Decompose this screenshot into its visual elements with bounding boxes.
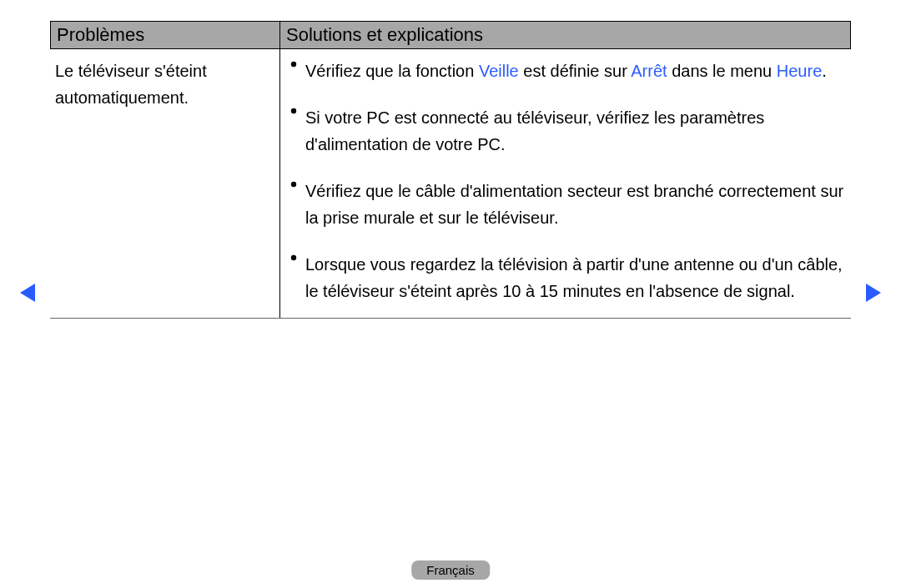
bullet-dot-icon [290, 178, 305, 231]
bullet-dot-icon [290, 104, 305, 158]
b1-link-veille: Veille [479, 62, 519, 80]
svg-marker-4 [20, 284, 35, 302]
problem-text-1: Le téléviseur s'éteint [55, 62, 207, 80]
table-body-row: Le téléviseur s'éteint automatiquement. … [50, 49, 851, 319]
svg-marker-5 [866, 284, 881, 302]
b1-mid: est définie sur [519, 62, 632, 80]
b2-text: Si votre PC est connecté au téléviseur, … [305, 104, 846, 158]
b1-pre: Vérifiez que la fonction [305, 62, 479, 80]
troubleshoot-table: Problèmes Solutions et explications Le t… [50, 21, 851, 319]
problem-cell: Le téléviseur s'éteint automatiquement. [50, 49, 280, 318]
bullet-dot-icon [290, 58, 305, 84]
prev-page-button[interactable] [18, 282, 37, 307]
svg-point-3 [291, 255, 296, 260]
bullet-3: Vérifiez que le câble d'alimentation sec… [290, 178, 846, 231]
b4-text: Lorsque vous regardez la télévision à pa… [305, 251, 846, 304]
b1-post1: dans le menu [667, 62, 777, 80]
chevron-left-icon [18, 282, 37, 304]
table-header-row: Problèmes Solutions et explications [50, 21, 851, 49]
b1-link-arret: Arrêt [631, 62, 667, 80]
header-problems: Problèmes [51, 22, 280, 48]
svg-point-2 [291, 182, 296, 187]
header-solutions: Solutions et explications [280, 22, 850, 48]
b3-text: Vérifiez que le câble d'alimentation sec… [305, 178, 846, 231]
language-badge: Français [411, 560, 490, 580]
b1-link-heure: Heure [777, 62, 822, 80]
problem-text-2: automatiquement. [55, 88, 189, 107]
svg-point-1 [291, 108, 296, 113]
bullet-2: Si votre PC est connecté au téléviseur, … [290, 104, 846, 158]
next-page-button[interactable] [864, 282, 883, 307]
bullet-4: Lorsque vous regardez la télévision à pa… [290, 251, 846, 304]
chevron-right-icon [864, 282, 883, 304]
b1-post2: . [822, 62, 827, 80]
bullet-1: Vérifiez que la fonction Veille est défi… [290, 58, 846, 84]
svg-point-0 [291, 62, 296, 67]
solution-cell: Vérifiez que la fonction Veille est défi… [280, 49, 851, 318]
bullet-dot-icon [290, 251, 305, 304]
